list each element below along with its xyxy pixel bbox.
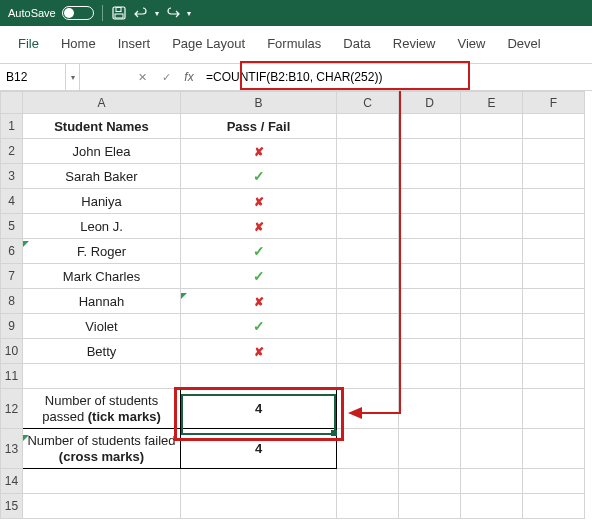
cell-f6[interactable] (523, 239, 585, 264)
cell-f4[interactable] (523, 189, 585, 214)
cell-f7[interactable] (523, 264, 585, 289)
col-header-f[interactable]: F (523, 92, 585, 114)
formula-input[interactable] (200, 64, 592, 90)
cell-f1[interactable] (523, 114, 585, 139)
autosave-toggle[interactable] (62, 6, 94, 20)
undo-dropdown-icon[interactable]: ▾ (155, 9, 159, 18)
cell-d4[interactable] (399, 189, 461, 214)
cell-f8[interactable] (523, 289, 585, 314)
cell-d8[interactable] (399, 289, 461, 314)
tab-data[interactable]: Data (343, 36, 370, 51)
enter-formula-icon[interactable]: ✓ (154, 64, 178, 90)
cell-e12[interactable] (461, 389, 523, 429)
cell-d9[interactable] (399, 314, 461, 339)
redo-icon[interactable] (165, 5, 181, 21)
cell-e5[interactable] (461, 214, 523, 239)
row-header-3[interactable]: 3 (1, 164, 23, 189)
row-header-4[interactable]: 4 (1, 189, 23, 214)
cell-d14[interactable] (399, 469, 461, 494)
cell-b7[interactable]: ✓ (181, 264, 337, 289)
cell-b6[interactable]: ✓ (181, 239, 337, 264)
cell-e1[interactable] (461, 114, 523, 139)
cell-f2[interactable] (523, 139, 585, 164)
cell-c7[interactable] (337, 264, 399, 289)
cell-a15[interactable] (23, 494, 181, 519)
select-all-corner[interactable] (1, 92, 23, 114)
cell-b14[interactable] (181, 469, 337, 494)
row-header-2[interactable]: 2 (1, 139, 23, 164)
cell-d2[interactable] (399, 139, 461, 164)
cell-d5[interactable] (399, 214, 461, 239)
cell-d1[interactable] (399, 114, 461, 139)
cell-d11[interactable] (399, 364, 461, 389)
cell-d3[interactable] (399, 164, 461, 189)
cell-b9[interactable]: ✓ (181, 314, 337, 339)
cell-f12[interactable] (523, 389, 585, 429)
cell-f13[interactable] (523, 429, 585, 469)
tab-developer[interactable]: Devel (507, 36, 540, 51)
cell-f15[interactable] (523, 494, 585, 519)
fx-icon[interactable]: fx (178, 70, 200, 84)
cell-e8[interactable] (461, 289, 523, 314)
cell-d6[interactable] (399, 239, 461, 264)
cell-a14[interactable] (23, 469, 181, 494)
row-header-9[interactable]: 9 (1, 314, 23, 339)
tab-insert[interactable]: Insert (118, 36, 151, 51)
col-header-d[interactable]: D (399, 92, 461, 114)
cell-b3[interactable]: ✓ (181, 164, 337, 189)
cell-e3[interactable] (461, 164, 523, 189)
tab-formulas[interactable]: Formulas (267, 36, 321, 51)
cell-b10[interactable]: ✘ (181, 339, 337, 364)
cell-e7[interactable] (461, 264, 523, 289)
row-header-15[interactable]: 15 (1, 494, 23, 519)
cell-c15[interactable] (337, 494, 399, 519)
cell-a4[interactable]: Haniya (23, 189, 181, 214)
undo-icon[interactable] (133, 5, 149, 21)
cell-d15[interactable] (399, 494, 461, 519)
cell-a3[interactable]: Sarah Baker (23, 164, 181, 189)
cell-e2[interactable] (461, 139, 523, 164)
cell-d13[interactable] (399, 429, 461, 469)
cell-d12[interactable] (399, 389, 461, 429)
name-box-dropdown-icon[interactable]: ▾ (66, 64, 80, 90)
cell-c10[interactable] (337, 339, 399, 364)
cell-a1[interactable]: Student Names (23, 114, 181, 139)
cell-a2[interactable]: John Elea (23, 139, 181, 164)
tab-view[interactable]: View (457, 36, 485, 51)
cell-a5[interactable]: Leon J. (23, 214, 181, 239)
cell-e9[interactable] (461, 314, 523, 339)
cell-c9[interactable] (337, 314, 399, 339)
cell-c12[interactable] (337, 389, 399, 429)
tab-file[interactable]: File (18, 36, 39, 51)
cell-b12[interactable]: 4 (181, 389, 337, 429)
cell-e10[interactable] (461, 339, 523, 364)
col-header-a[interactable]: A (23, 92, 181, 114)
cell-c3[interactable] (337, 164, 399, 189)
cell-b11[interactable] (181, 364, 337, 389)
cell-e11[interactable] (461, 364, 523, 389)
cell-d10[interactable] (399, 339, 461, 364)
cell-b4[interactable]: ✘ (181, 189, 337, 214)
cell-c5[interactable] (337, 214, 399, 239)
cell-b8[interactable]: ✘ (181, 289, 337, 314)
spreadsheet-grid[interactable]: A B C D E F 1 Student Names Pass / Fail … (0, 91, 585, 519)
cell-f11[interactable] (523, 364, 585, 389)
col-header-b[interactable]: B (181, 92, 337, 114)
cell-e13[interactable] (461, 429, 523, 469)
name-box[interactable] (0, 64, 66, 90)
cell-f9[interactable] (523, 314, 585, 339)
cell-a8[interactable]: Hannah (23, 289, 181, 314)
row-header-12[interactable]: 12 (1, 389, 23, 429)
cell-b1[interactable]: Pass / Fail (181, 114, 337, 139)
cell-a6[interactable]: F. Roger (23, 239, 181, 264)
tab-review[interactable]: Review (393, 36, 436, 51)
row-header-8[interactable]: 8 (1, 289, 23, 314)
cell-f14[interactable] (523, 469, 585, 494)
cell-f3[interactable] (523, 164, 585, 189)
cell-a9[interactable]: Violet (23, 314, 181, 339)
cell-f10[interactable] (523, 339, 585, 364)
cell-b2[interactable]: ✘ (181, 139, 337, 164)
cell-c11[interactable] (337, 364, 399, 389)
cell-a7[interactable]: Mark Charles (23, 264, 181, 289)
col-header-e[interactable]: E (461, 92, 523, 114)
